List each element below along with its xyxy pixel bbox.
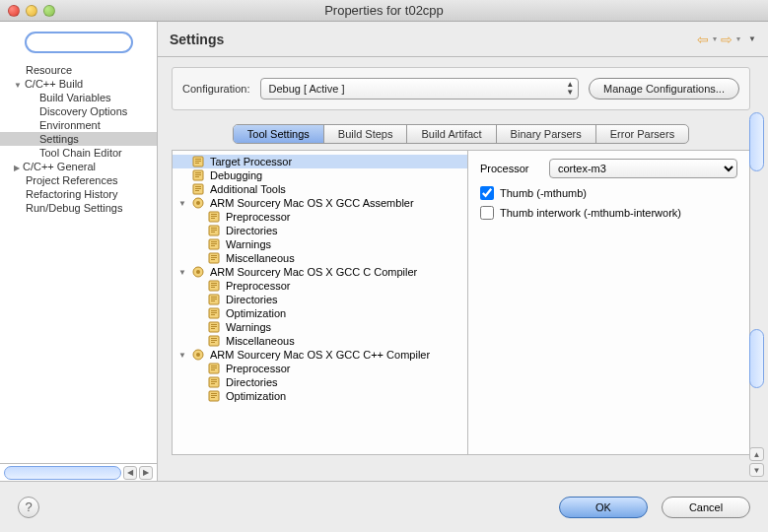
svg-rect-7 (195, 176, 199, 177)
scroll-down-icon[interactable]: ▼ (749, 463, 764, 477)
tree-item[interactable]: Debugging (173, 168, 467, 182)
scroll-up-icon[interactable]: ▲ (749, 447, 764, 461)
footer: ? OK Cancel (0, 481, 768, 532)
tree-item[interactable]: Miscellaneous (173, 334, 467, 348)
configuration-combo[interactable]: Debug [ Active ] ▲▼ (260, 78, 580, 100)
svg-rect-55 (211, 366, 217, 366)
svg-rect-45 (211, 324, 217, 325)
tree-item[interactable]: Directories (173, 375, 467, 389)
tree-item-label: Directories (226, 376, 278, 388)
search-input[interactable] (25, 32, 133, 53)
scroll-left-icon[interactable]: ◀ (123, 466, 137, 480)
cancel-button[interactable]: Cancel (662, 497, 750, 518)
back-icon[interactable]: ⇦ (697, 32, 709, 47)
tab-error-parsers[interactable]: Error Parsers (596, 125, 688, 143)
page-icon (208, 376, 222, 388)
tree-item[interactable]: Directories (173, 293, 467, 306)
page-icon (192, 156, 206, 167)
svg-rect-35 (211, 287, 215, 288)
nav-item[interactable]: Build Variables (0, 91, 157, 104)
svg-rect-37 (211, 297, 217, 298)
page-icon (192, 183, 206, 195)
svg-rect-46 (211, 326, 217, 327)
svg-rect-15 (211, 214, 217, 215)
thumb-interwork-label: Thumb interwork (-mthumb-interwork) (500, 207, 681, 219)
svg-point-53 (196, 353, 200, 357)
processor-properties: Processor cortex-m3 Thumb (-mthumb) Thum… (468, 151, 749, 454)
svg-point-13 (196, 201, 200, 205)
svg-rect-1 (195, 159, 201, 160)
svg-rect-56 (211, 367, 217, 368)
tree-item[interactable]: Preprocessor (173, 210, 467, 224)
tab-build-artifact[interactable]: Build Artifact (407, 125, 496, 143)
svg-point-31 (196, 270, 200, 274)
nav-item[interactable]: Settings (0, 132, 157, 146)
svg-rect-20 (211, 230, 217, 231)
tree-item[interactable]: Directories (173, 224, 467, 237)
combo-arrows-icon: ▲▼ (566, 81, 574, 97)
tree-item[interactable]: Miscellaneous (173, 251, 467, 265)
svg-rect-10 (195, 188, 201, 189)
nav-item[interactable]: C/C++ Build (0, 77, 157, 91)
page-icon (208, 307, 222, 319)
content-vscroll[interactable] (749, 112, 764, 426)
help-icon[interactable]: ? (18, 497, 39, 518)
tree-item[interactable]: Optimization (173, 389, 467, 403)
tree-item[interactable]: ▼ARM Sourcery Mac OS X GCC C Compiler (173, 265, 467, 279)
sidebar-scrollbar[interactable]: ◀ ▶ (0, 463, 157, 481)
nav-item[interactable]: Project References (0, 173, 157, 187)
settings-tabs: Tool SettingsBuild StepsBuild ArtifactBi… (233, 124, 689, 144)
scrollbar-thumb[interactable] (749, 329, 764, 388)
tree-item-label: Preprocessor (226, 211, 290, 223)
ok-button[interactable]: OK (559, 497, 648, 518)
tree-item-label: Directories (226, 294, 278, 305)
nav-item[interactable]: C/C++ General (0, 160, 157, 173)
tab-tool-settings[interactable]: Tool Settings (234, 125, 324, 143)
svg-rect-63 (211, 393, 217, 394)
tree-item-label: ARM Sourcery Mac OS X GCC Assembler (210, 197, 414, 209)
menu-icon[interactable]: ▼ (748, 34, 756, 43)
sidebar: ResourceC/C++ BuildBuild VariablesDiscov… (0, 22, 158, 481)
svg-rect-39 (211, 300, 215, 301)
svg-rect-64 (211, 395, 217, 396)
svg-rect-11 (195, 190, 199, 191)
forward-menu-icon[interactable]: ▾ (736, 34, 740, 43)
tree-item[interactable]: Warnings (173, 237, 467, 251)
thumb-interwork-checkbox[interactable] (480, 206, 494, 220)
tree-item[interactable]: ▼ARM Sourcery Mac OS X GCC Assembler (173, 196, 467, 210)
scroll-right-icon[interactable]: ▶ (139, 466, 153, 480)
tree-item-label: Miscellaneous (226, 252, 295, 264)
nav-item[interactable]: Tool Chain Editor (0, 146, 157, 160)
nav-item[interactable]: Run/Debug Settings (0, 201, 157, 215)
tree-item[interactable]: Additional Tools (173, 182, 467, 196)
scrollbar-thumb[interactable] (749, 112, 764, 171)
manage-configurations-button[interactable]: Manage Configurations... (589, 78, 739, 100)
thumb-checkbox[interactable] (480, 186, 494, 200)
svg-rect-51 (211, 342, 215, 343)
svg-rect-19 (211, 228, 217, 229)
tree-item[interactable]: Warnings (173, 320, 467, 334)
svg-rect-33 (211, 283, 217, 284)
page-icon (208, 238, 222, 250)
nav-item[interactable]: Resource (0, 63, 157, 77)
tree-item[interactable]: Target Processor (173, 155, 467, 168)
scrollbar-thumb[interactable] (4, 466, 121, 480)
page-icon (208, 225, 222, 236)
processor-select[interactable]: cortex-m3 (549, 159, 737, 178)
processor-label: Processor (480, 163, 539, 174)
tree-item-label: Miscellaneous (226, 335, 295, 347)
tree-item[interactable]: Optimization (173, 306, 467, 320)
tree-item[interactable]: ▼ARM Sourcery Mac OS X GCC C++ Compiler (173, 348, 467, 362)
back-menu-icon[interactable]: ▾ (713, 34, 717, 43)
forward-icon[interactable]: ⇨ (721, 32, 733, 47)
tree-item[interactable]: Preprocessor (173, 362, 467, 375)
tree-item[interactable]: Preprocessor (173, 279, 467, 293)
svg-rect-49 (211, 338, 217, 339)
nav-item[interactable]: Refactoring History (0, 187, 157, 201)
tab-binary-parsers[interactable]: Binary Parsers (497, 125, 596, 143)
tab-build-steps[interactable]: Build Steps (324, 125, 408, 143)
tool-icon (192, 266, 206, 278)
nav-item[interactable]: Discovery Options (0, 104, 157, 118)
nav-item[interactable]: Environment (0, 118, 157, 132)
tree-item-label: ARM Sourcery Mac OS X GCC C Compiler (210, 266, 417, 278)
